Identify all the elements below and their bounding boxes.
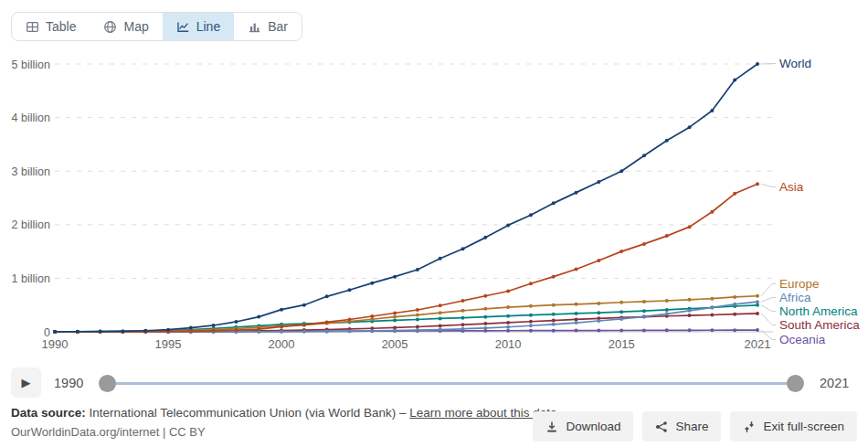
tab-line[interactable]: Line: [163, 13, 234, 40]
data-point: [529, 324, 533, 327]
series-label-connector: [761, 305, 776, 312]
data-point: [756, 294, 759, 298]
series-label-connector: [761, 184, 776, 186]
tab-label: Table: [46, 19, 76, 34]
series-label-europe[interactable]: Europe: [779, 277, 820, 291]
data-point: [302, 303, 306, 307]
data-point: [642, 328, 646, 332]
tab-label: Map: [123, 19, 148, 34]
data-point: [552, 313, 556, 316]
timeline-track[interactable]: [108, 382, 796, 385]
series-label-asia[interactable]: Asia: [779, 180, 804, 194]
data-point: [393, 315, 397, 319]
data-source-text: International Telecommunication Union (v…: [86, 406, 409, 420]
data-point: [552, 275, 556, 279]
data-point: [665, 234, 669, 238]
data-point: [506, 329, 510, 333]
series-label-oceania[interactable]: Oceania: [779, 333, 826, 346]
play-button[interactable]: ▶: [11, 367, 41, 398]
series-label-south-america[interactable]: South America: [779, 318, 860, 332]
data-point: [234, 320, 238, 324]
series-line-world[interactable]: [53, 62, 759, 334]
data-point: [461, 327, 465, 331]
tab-table[interactable]: Table: [12, 13, 90, 40]
data-point: [756, 328, 759, 332]
data-point: [710, 210, 714, 214]
data-point: [461, 299, 465, 303]
download-button[interactable]: Download: [533, 411, 633, 442]
data-point: [439, 316, 442, 320]
timeline-end-handle[interactable]: [787, 375, 804, 392]
data-point: [189, 329, 193, 333]
data-point: [619, 301, 623, 304]
data-point: [552, 329, 556, 333]
data-point: [393, 329, 397, 333]
data-point: [597, 259, 600, 262]
data-point: [461, 247, 465, 250]
data-point: [642, 242, 646, 246]
data-point: [347, 329, 351, 333]
data-point: [416, 308, 419, 312]
series-line-north-america[interactable]: [53, 303, 759, 334]
data-point: [665, 312, 669, 315]
data-point: [506, 325, 510, 329]
y-axis-tick-label: 5 billion: [12, 59, 50, 71]
data-point: [597, 319, 600, 323]
data-point: [756, 300, 759, 303]
timeline-end-year: 2021: [820, 376, 849, 390]
button-label: Share: [675, 420, 708, 433]
tab-bar[interactable]: Bar: [234, 13, 302, 40]
data-point: [506, 223, 510, 227]
data-point: [529, 304, 533, 308]
data-point: [688, 298, 692, 302]
x-axis-tick-label: 2015: [609, 337, 635, 351]
data-point: [370, 314, 374, 318]
data-point: [461, 309, 465, 313]
series-label-world[interactable]: World: [779, 57, 811, 70]
data-point: [619, 169, 623, 173]
data-point: [121, 329, 124, 333]
chart-type-tabbar: Table Map Line Bar: [11, 12, 302, 41]
data-point: [529, 329, 533, 333]
data-point: [347, 318, 351, 322]
exit-fullscreen-icon: [743, 420, 756, 433]
series-label-north-america[interactable]: North America: [779, 304, 858, 318]
data-point: [99, 330, 102, 334]
data-point: [597, 329, 600, 333]
data-point: [529, 314, 533, 317]
y-axis-tick-label: 3 billion: [12, 165, 50, 178]
x-axis-tick-label: 1990: [42, 337, 69, 351]
data-point: [597, 180, 600, 184]
series-label-connector: [761, 314, 776, 325]
data-point: [552, 319, 556, 323]
data-point: [257, 327, 260, 331]
table-icon: [26, 20, 39, 34]
data-point: [733, 79, 736, 82]
tab-label: Line: [196, 19, 220, 34]
exit-fullscreen-button[interactable]: Exit full-screen: [730, 411, 857, 442]
data-point: [575, 191, 578, 195]
data-point: [483, 236, 487, 239]
line-chart-icon: [176, 20, 190, 34]
data-point: [506, 314, 510, 318]
tab-label: Bar: [268, 19, 288, 34]
data-point: [575, 321, 578, 325]
data-point: [280, 330, 283, 334]
data-point: [688, 309, 692, 313]
timeline-start-handle[interactable]: [99, 375, 116, 392]
share-button[interactable]: Share: [642, 411, 721, 442]
data-point: [756, 62, 759, 66]
data-point: [733, 313, 736, 316]
data-point: [642, 314, 646, 318]
data-source-line: Data source: International Telecommunica…: [11, 406, 557, 420]
data-point: [483, 315, 487, 319]
data-point: [416, 318, 419, 322]
license-line: OurWorldinData.org/internet | CC BY: [11, 425, 206, 439]
series-label-africa[interactable]: Africa: [779, 291, 811, 304]
data-point: [756, 303, 759, 307]
data-point: [552, 201, 556, 205]
tab-map[interactable]: Map: [90, 13, 162, 40]
data-point: [665, 139, 669, 143]
button-label: Download: [566, 420, 620, 433]
x-axis-tick-label: 2005: [382, 337, 408, 351]
